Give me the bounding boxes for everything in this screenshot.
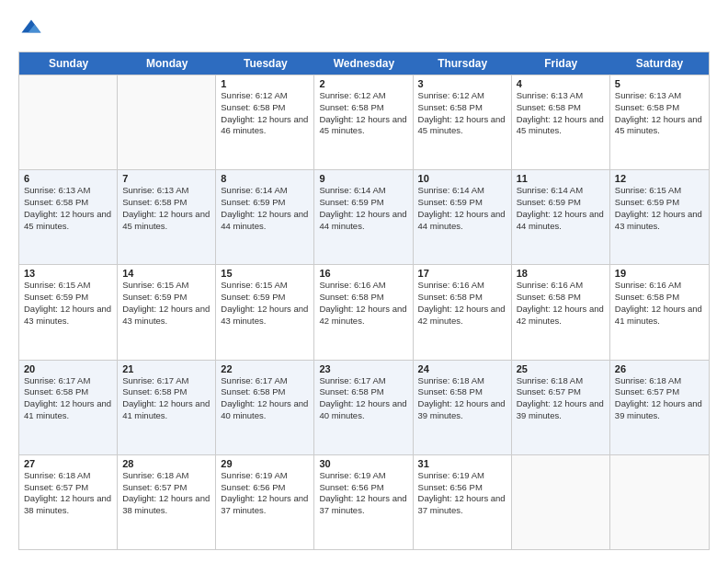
calendar-header-cell: Monday (118, 52, 216, 75)
day-info: Sunrise: 6:15 AM Sunset: 6:59 PM Dayligh… (24, 280, 112, 327)
calendar-day-cell (610, 455, 709, 549)
calendar-day-cell: 7Sunrise: 6:13 AM Sunset: 6:58 PM Daylig… (118, 170, 216, 264)
day-info: Sunrise: 6:17 AM Sunset: 6:58 PM Dayligh… (319, 375, 407, 422)
calendar-grid: SundayMondayTuesdayWednesdayThursdayFrid… (18, 52, 710, 550)
day-number: 12 (615, 173, 704, 184)
calendar-day-cell: 11Sunrise: 6:14 AM Sunset: 6:59 PM Dayli… (512, 170, 610, 264)
day-number: 27 (24, 458, 112, 469)
calendar-header: SundayMondayTuesdayWednesdayThursdayFrid… (19, 52, 709, 75)
calendar-week-row: 1Sunrise: 6:12 AM Sunset: 6:58 PM Daylig… (19, 75, 709, 169)
day-number: 3 (418, 78, 506, 89)
calendar-page: SundayMondayTuesdayWednesdayThursdayFrid… (0, 0, 728, 563)
calendar-day-cell: 10Sunrise: 6:14 AM Sunset: 6:59 PM Dayli… (414, 170, 512, 264)
calendar-day-cell: 31Sunrise: 6:19 AM Sunset: 6:56 PM Dayli… (414, 455, 512, 549)
day-info: Sunrise: 6:13 AM Sunset: 6:58 PM Dayligh… (615, 90, 704, 137)
day-number: 29 (221, 458, 309, 469)
day-number: 20 (24, 363, 112, 374)
day-number: 11 (517, 173, 605, 184)
day-info: Sunrise: 6:12 AM Sunset: 6:58 PM Dayligh… (319, 90, 407, 137)
calendar-day-cell (19, 75, 118, 169)
calendar-day-cell: 13Sunrise: 6:15 AM Sunset: 6:59 PM Dayli… (19, 265, 118, 359)
calendar-day-cell: 16Sunrise: 6:16 AM Sunset: 6:58 PM Dayli… (314, 265, 413, 359)
day-number: 31 (418, 458, 506, 469)
day-info: Sunrise: 6:15 AM Sunset: 6:59 PM Dayligh… (122, 280, 210, 327)
day-info: Sunrise: 6:16 AM Sunset: 6:58 PM Dayligh… (319, 280, 407, 327)
calendar-day-cell: 6Sunrise: 6:13 AM Sunset: 6:58 PM Daylig… (19, 170, 118, 264)
calendar-week-row: 20Sunrise: 6:17 AM Sunset: 6:58 PM Dayli… (19, 360, 709, 454)
day-number: 5 (615, 78, 704, 89)
calendar-day-cell: 5Sunrise: 6:13 AM Sunset: 6:58 PM Daylig… (610, 75, 709, 169)
logo (18, 17, 48, 42)
day-info: Sunrise: 6:18 AM Sunset: 6:57 PM Dayligh… (24, 470, 112, 517)
day-number: 28 (122, 458, 210, 469)
day-number: 17 (418, 268, 506, 279)
calendar-day-cell: 22Sunrise: 6:17 AM Sunset: 6:58 PM Dayli… (216, 361, 314, 454)
calendar-day-cell: 23Sunrise: 6:17 AM Sunset: 6:58 PM Dayli… (314, 361, 413, 454)
calendar-day-cell: 24Sunrise: 6:18 AM Sunset: 6:58 PM Dayli… (414, 361, 512, 454)
day-info: Sunrise: 6:15 AM Sunset: 6:59 PM Dayligh… (615, 185, 704, 232)
calendar-header-cell: Wednesday (314, 52, 413, 75)
day-number: 8 (221, 173, 309, 184)
calendar-header-cell: Saturday (610, 52, 709, 75)
day-info: Sunrise: 6:19 AM Sunset: 6:56 PM Dayligh… (221, 470, 309, 517)
day-number: 24 (418, 363, 506, 374)
day-info: Sunrise: 6:19 AM Sunset: 6:56 PM Dayligh… (418, 470, 506, 517)
calendar-day-cell: 2Sunrise: 6:12 AM Sunset: 6:58 PM Daylig… (314, 75, 413, 169)
logo-icon (18, 17, 44, 42)
calendar-day-cell: 29Sunrise: 6:19 AM Sunset: 6:56 PM Dayli… (216, 455, 314, 549)
calendar-header-cell: Tuesday (216, 52, 314, 75)
day-number: 6 (24, 173, 112, 184)
day-info: Sunrise: 6:17 AM Sunset: 6:58 PM Dayligh… (24, 375, 112, 422)
day-number: 21 (122, 363, 210, 374)
day-info: Sunrise: 6:18 AM Sunset: 6:57 PM Dayligh… (517, 375, 605, 422)
day-info: Sunrise: 6:18 AM Sunset: 6:58 PM Dayligh… (418, 375, 506, 422)
day-number: 14 (122, 268, 210, 279)
day-number: 25 (517, 363, 605, 374)
calendar-week-row: 13Sunrise: 6:15 AM Sunset: 6:59 PM Dayli… (19, 264, 709, 359)
day-number: 7 (122, 173, 210, 184)
calendar-day-cell: 9Sunrise: 6:14 AM Sunset: 6:59 PM Daylig… (314, 170, 413, 264)
calendar-day-cell: 8Sunrise: 6:14 AM Sunset: 6:59 PM Daylig… (216, 170, 314, 264)
day-info: Sunrise: 6:14 AM Sunset: 6:59 PM Dayligh… (221, 185, 309, 232)
calendar-day-cell: 4Sunrise: 6:13 AM Sunset: 6:58 PM Daylig… (512, 75, 610, 169)
day-number: 1 (221, 78, 309, 89)
day-info: Sunrise: 6:14 AM Sunset: 6:59 PM Dayligh… (418, 185, 506, 232)
calendar-header-cell: Sunday (19, 52, 118, 75)
calendar-week-row: 6Sunrise: 6:13 AM Sunset: 6:58 PM Daylig… (19, 169, 709, 264)
day-number: 15 (221, 268, 309, 279)
day-number: 23 (319, 363, 407, 374)
calendar-day-cell: 25Sunrise: 6:18 AM Sunset: 6:57 PM Dayli… (512, 361, 610, 454)
calendar-day-cell: 3Sunrise: 6:12 AM Sunset: 6:58 PM Daylig… (414, 75, 512, 169)
day-info: Sunrise: 6:17 AM Sunset: 6:58 PM Dayligh… (122, 375, 210, 422)
day-number: 10 (418, 173, 506, 184)
day-number: 22 (221, 363, 309, 374)
calendar-day-cell (512, 455, 610, 549)
day-info: Sunrise: 6:17 AM Sunset: 6:58 PM Dayligh… (221, 375, 309, 422)
day-info: Sunrise: 6:19 AM Sunset: 6:56 PM Dayligh… (319, 470, 407, 517)
calendar-header-cell: Friday (512, 52, 610, 75)
day-number: 2 (319, 78, 407, 89)
day-number: 30 (319, 458, 407, 469)
calendar-day-cell: 27Sunrise: 6:18 AM Sunset: 6:57 PM Dayli… (19, 455, 118, 549)
day-info: Sunrise: 6:14 AM Sunset: 6:59 PM Dayligh… (319, 185, 407, 232)
day-number: 26 (615, 363, 704, 374)
calendar-day-cell: 17Sunrise: 6:16 AM Sunset: 6:58 PM Dayli… (414, 265, 512, 359)
calendar-day-cell: 14Sunrise: 6:15 AM Sunset: 6:59 PM Dayli… (118, 265, 216, 359)
day-number: 18 (517, 268, 605, 279)
day-number: 19 (615, 268, 704, 279)
calendar-day-cell: 30Sunrise: 6:19 AM Sunset: 6:56 PM Dayli… (314, 455, 413, 549)
calendar-week-row: 27Sunrise: 6:18 AM Sunset: 6:57 PM Dayli… (19, 454, 709, 549)
calendar-day-cell: 21Sunrise: 6:17 AM Sunset: 6:58 PM Dayli… (118, 361, 216, 454)
day-info: Sunrise: 6:13 AM Sunset: 6:58 PM Dayligh… (24, 185, 112, 232)
day-info: Sunrise: 6:16 AM Sunset: 6:58 PM Dayligh… (615, 280, 704, 327)
day-info: Sunrise: 6:16 AM Sunset: 6:58 PM Dayligh… (517, 280, 605, 327)
page-header (18, 17, 710, 42)
day-info: Sunrise: 6:15 AM Sunset: 6:59 PM Dayligh… (221, 280, 309, 327)
day-info: Sunrise: 6:12 AM Sunset: 6:58 PM Dayligh… (418, 90, 506, 137)
day-info: Sunrise: 6:13 AM Sunset: 6:58 PM Dayligh… (517, 90, 605, 137)
calendar-header-cell: Thursday (414, 52, 512, 75)
day-number: 4 (517, 78, 605, 89)
day-info: Sunrise: 6:18 AM Sunset: 6:57 PM Dayligh… (615, 375, 704, 422)
day-info: Sunrise: 6:14 AM Sunset: 6:59 PM Dayligh… (517, 185, 605, 232)
calendar-day-cell: 20Sunrise: 6:17 AM Sunset: 6:58 PM Dayli… (19, 361, 118, 454)
